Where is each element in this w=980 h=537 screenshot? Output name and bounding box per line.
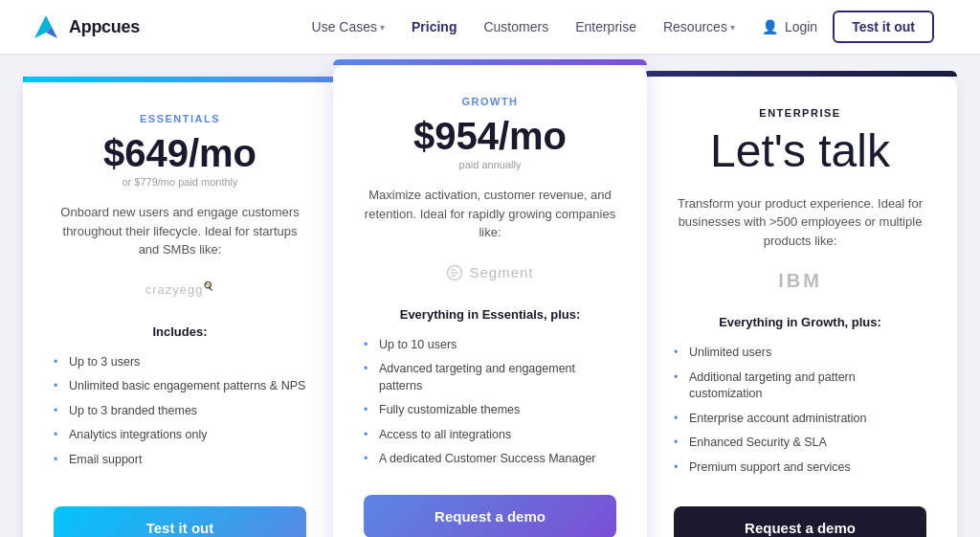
nav-item-enterprise[interactable]: Enterprise	[564, 13, 648, 40]
segment-logo-icon	[446, 264, 463, 281]
list-item: Enhanced Security & SLA	[674, 431, 926, 456]
crazyegg-logo: crazyegg🍳	[145, 281, 215, 297]
essentials-label: ESSENTIALS	[54, 113, 306, 124]
nav-login-link[interactable]: 👤 Login	[750, 13, 829, 40]
list-item: Unlimited users	[674, 341, 926, 366]
essentials-includes-label: Includes:	[54, 324, 306, 339]
enterprise-price: Let's talk	[674, 126, 926, 177]
essentials-card: ESSENTIALS $649/mo or $779/mo paid month…	[23, 77, 337, 537]
pricing-cards-container: ESSENTIALS $649/mo or $779/mo paid month…	[23, 77, 957, 537]
nav-item-customers[interactable]: Customers	[472, 13, 560, 40]
growth-label: GROWTH	[364, 96, 616, 107]
logo[interactable]: Appcues	[31, 11, 140, 42]
svg-marker-0	[34, 15, 52, 38]
growth-cta-button[interactable]: Request a demo	[364, 495, 616, 538]
list-item: A dedicated Customer Success Manager	[364, 447, 616, 472]
nav-item-use-cases[interactable]: Use Cases ▾	[301, 13, 396, 40]
enterprise-cta-button[interactable]: Request a demo	[674, 506, 926, 538]
list-item: Fully customizable themes	[364, 398, 616, 423]
enterprise-feature-list: Unlimited users Additional targeting and…	[674, 341, 926, 482]
list-item: Up to 3 branded themes	[54, 399, 306, 424]
enterprise-description: Transform your product experience. Ideal…	[674, 194, 926, 251]
logo-text: Appcues	[69, 17, 140, 37]
list-item: Email support	[54, 448, 306, 473]
growth-card: GROWTH $954/mo paid annually Maximize ac…	[333, 65, 647, 537]
nav-links: Use Cases ▾ Pricing Customers Enterprise…	[178, 11, 934, 43]
navbar-cta-button[interactable]: Test it out	[833, 11, 934, 43]
enterprise-label: ENTERPRISE	[674, 107, 926, 119]
essentials-cta-button[interactable]: Test it out	[54, 506, 306, 538]
segment-logo: Segment	[446, 264, 533, 281]
enterprise-logo: IBM	[674, 265, 926, 296]
enterprise-includes-label: Everything in Growth, plus:	[674, 315, 926, 329]
navbar: Appcues Use Cases ▾ Pricing Customers En…	[0, 0, 980, 54]
list-item: Premium support and services	[674, 456, 926, 481]
list-item: Up to 3 users	[54, 350, 306, 375]
nav-item-pricing[interactable]: Pricing	[400, 13, 468, 40]
chevron-down-icon: ▾	[380, 22, 385, 33]
chevron-down-icon: ▾	[730, 22, 735, 33]
growth-includes-label: Everything in Essentials, plus:	[364, 307, 616, 322]
list-item: Access to all integrations	[364, 423, 616, 448]
nav-item-resources[interactable]: Resources ▾	[652, 13, 746, 40]
pricing-section: ESSENTIALS $649/mo or $779/mo paid month…	[0, 54, 980, 537]
list-item: Unlimited basic engagement patterns & NP…	[54, 374, 306, 399]
essentials-price: $649/mo	[54, 132, 306, 174]
growth-billing: paid annually	[364, 159, 616, 170]
growth-description: Maximize activation, customer revenue, a…	[364, 186, 616, 242]
essentials-description: Onboard new users and engage customers t…	[54, 203, 306, 259]
growth-price: $954/mo	[364, 115, 616, 157]
ibm-logo: IBM	[778, 270, 822, 292]
list-item: Advanced targeting and engagement patter…	[364, 357, 616, 398]
appcues-logo-icon	[31, 11, 61, 42]
list-item: Analytics integrations only	[54, 423, 306, 448]
growth-feature-list: Up to 10 users Advanced targeting and en…	[364, 333, 616, 472]
list-item: Additional targeting and pattern customi…	[674, 366, 926, 407]
essentials-feature-list: Up to 3 users Unlimited basic engagement…	[54, 350, 306, 483]
enterprise-card: ENTERPRISE Let's talk Transform your pro…	[643, 77, 957, 537]
essentials-billing: or $779/mo paid monthly	[54, 176, 306, 188]
essentials-logo: crazyegg🍳	[54, 275, 306, 305]
growth-logo: Segment	[364, 257, 616, 288]
list-item: Up to 10 users	[364, 333, 616, 358]
list-item: Enterprise account administration	[674, 407, 926, 432]
